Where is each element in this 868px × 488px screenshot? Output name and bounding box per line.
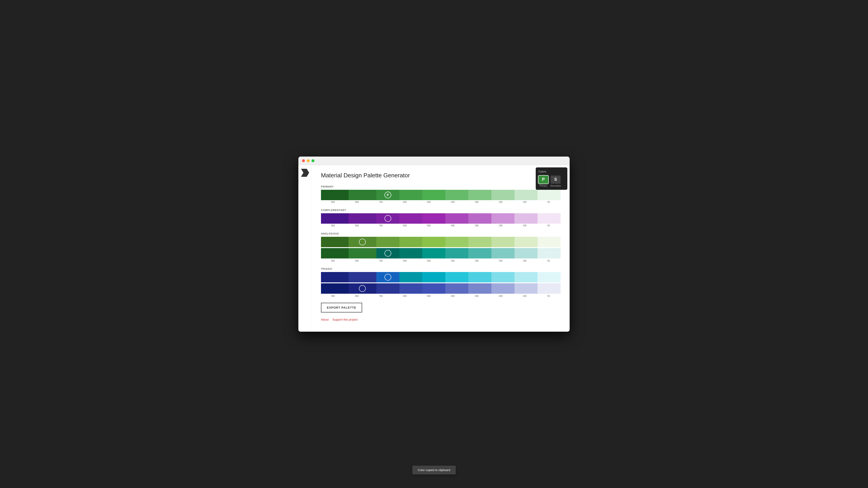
- ana2-600[interactable]: [399, 248, 423, 258]
- ana2-700[interactable]: [376, 248, 399, 258]
- tri1-200[interactable]: [491, 272, 515, 283]
- analogous-row-1: [321, 237, 561, 247]
- about-link[interactable]: About: [321, 318, 329, 321]
- analogous-labels: 900 800 700 600 500 400 300 200 100 50: [321, 260, 561, 262]
- analogous-rows: [321, 237, 561, 259]
- comp-swatch-200[interactable]: [491, 213, 515, 224]
- primary-chip-letter: P: [542, 177, 545, 182]
- app-logo[interactable]: [301, 169, 309, 177]
- comp-swatch-300[interactable]: [468, 213, 491, 224]
- ana2-marker: [384, 250, 391, 257]
- browser-content: Material Design Palette Generator PRIMAR…: [298, 165, 569, 332]
- tri2-900[interactable]: [321, 283, 348, 294]
- colors-panel: Colors P Primary S Secondary: [536, 167, 567, 190]
- triadic-section: TRIADIC: [321, 267, 561, 297]
- primary-palette-row: P: [321, 190, 561, 200]
- tri1-800[interactable]: [348, 272, 376, 283]
- ana2-500[interactable]: [422, 248, 445, 258]
- ana2-300[interactable]: [468, 248, 491, 258]
- tri2-200[interactable]: [491, 283, 515, 294]
- primary-swatch-900[interactable]: [321, 190, 348, 200]
- tri2-marker: [359, 285, 366, 292]
- complementary-section: COMPLEMENTARY: [321, 209, 561, 227]
- ana2-50[interactable]: [537, 248, 561, 258]
- tri2-300[interactable]: [468, 283, 491, 294]
- analogous-row-2: [321, 248, 561, 258]
- tri1-500[interactable]: [422, 272, 445, 283]
- ana2-900[interactable]: [321, 248, 348, 258]
- primary-labels: 900 800 700 600 500 400 300 200 100 50: [321, 201, 561, 203]
- ana1-300[interactable]: [468, 237, 491, 247]
- primary-swatch-200[interactable]: [491, 190, 515, 200]
- label-900: 900: [321, 201, 345, 203]
- tri2-100[interactable]: [515, 283, 537, 294]
- primary-swatch-600[interactable]: [399, 190, 423, 200]
- ana1-500[interactable]: [422, 237, 445, 247]
- main-content: Material Design Palette Generator PRIMAR…: [312, 165, 569, 332]
- analogous-label: ANALOGOUS: [321, 232, 561, 235]
- ana1-600[interactable]: [399, 237, 423, 247]
- colors-panel-title: Colors: [538, 170, 565, 173]
- close-button[interactable]: [302, 159, 305, 162]
- triadic-row-2: [321, 283, 561, 294]
- comp-swatch-100[interactable]: [515, 213, 537, 224]
- secondary-chip[interactable]: S Secondary: [550, 175, 561, 187]
- tri1-300[interactable]: [468, 272, 491, 283]
- minimize-button[interactable]: [307, 159, 310, 162]
- ana1-200[interactable]: [491, 237, 515, 247]
- primary-swatch-700[interactable]: P: [376, 190, 399, 200]
- ana1-50[interactable]: [537, 237, 561, 247]
- comp-swatch-600[interactable]: [399, 213, 423, 224]
- support-link[interactable]: Support this project: [332, 318, 358, 321]
- ana1-800[interactable]: [348, 237, 376, 247]
- tri2-400[interactable]: [445, 283, 468, 294]
- ana1-400[interactable]: [445, 237, 468, 247]
- ana2-400[interactable]: [445, 248, 468, 258]
- comp-swatch-700[interactable]: [376, 213, 399, 224]
- comp-swatch-400[interactable]: [445, 213, 468, 224]
- primary-swatch-400[interactable]: [445, 190, 468, 200]
- primary-swatch-300[interactable]: [468, 190, 491, 200]
- tri1-700[interactable]: [376, 272, 399, 283]
- comp-swatch-900[interactable]: [321, 213, 348, 224]
- tri2-50[interactable]: [537, 283, 561, 294]
- ana2-200[interactable]: [491, 248, 515, 258]
- triadic-row-1: [321, 272, 561, 283]
- tri1-400[interactable]: [445, 272, 468, 283]
- complementary-label: COMPLEMENTARY: [321, 209, 561, 212]
- maximize-button[interactable]: [311, 159, 314, 162]
- comp-swatch-500[interactable]: [422, 213, 445, 224]
- primary-chip-box: P: [538, 175, 548, 184]
- triadic-label: TRIADIC: [321, 267, 561, 270]
- tri2-700[interactable]: [376, 283, 399, 294]
- complementary-labels: 900 800 700 600 500 400 300 200 100 50: [321, 224, 561, 227]
- primary-chip[interactable]: P Primary: [538, 175, 548, 187]
- primary-swatch-800[interactable]: [348, 190, 376, 200]
- ana2-800[interactable]: [348, 248, 376, 258]
- footer-links: About Support this project: [321, 318, 561, 325]
- comp-swatch-50[interactable]: [537, 213, 561, 224]
- triadic-labels: 900 800 700 600 500 400 300 200 100 50: [321, 295, 561, 297]
- tri2-600[interactable]: [399, 283, 423, 294]
- comp-swatch-800[interactable]: [348, 213, 376, 224]
- comp-marker: [384, 215, 391, 222]
- analogous-section: ANALOGOUS: [321, 232, 561, 262]
- ana1-100[interactable]: [515, 237, 537, 247]
- primary-label: PRIMARY: [321, 185, 561, 188]
- tri1-900[interactable]: [321, 272, 348, 283]
- tri2-500[interactable]: [422, 283, 445, 294]
- primary-swatch-500[interactable]: [422, 190, 445, 200]
- primary-swatch-50[interactable]: [537, 190, 561, 200]
- ana1-700[interactable]: [376, 237, 399, 247]
- toast-notification: Color copied to clipboard: [412, 466, 456, 475]
- export-palette-button[interactable]: EXPORT PALETTE: [321, 303, 362, 313]
- primary-swatch-100[interactable]: [515, 190, 537, 200]
- tri1-100[interactable]: [515, 272, 537, 283]
- tri1-50[interactable]: [537, 272, 561, 283]
- ana1-900[interactable]: [321, 237, 348, 247]
- ana2-100[interactable]: [515, 248, 537, 258]
- tri2-800[interactable]: [348, 283, 376, 294]
- tri1-600[interactable]: [399, 272, 423, 283]
- label-400: 400: [441, 201, 465, 203]
- label-500: 500: [417, 201, 441, 203]
